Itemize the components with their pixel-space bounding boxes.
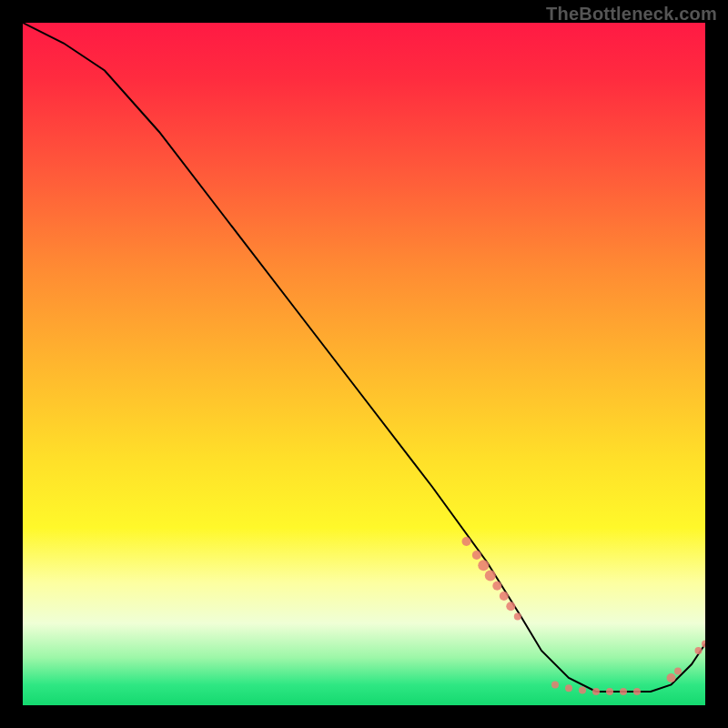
- data-point: [462, 537, 471, 546]
- data-point: [514, 613, 521, 621]
- plot-area: [23, 23, 705, 705]
- data-point: [633, 688, 641, 695]
- data-point: [579, 687, 586, 694]
- data-point: [506, 602, 515, 611]
- data-point: [695, 647, 703, 654]
- data-point: [702, 641, 705, 648]
- data-point: [674, 668, 682, 675]
- data-point: [500, 592, 509, 601]
- data-point: [606, 688, 613, 695]
- data-point: [485, 571, 496, 581]
- watermark-text: TheBottleneck.com: [546, 4, 717, 25]
- data-point: [592, 688, 600, 695]
- curve-svg: [23, 23, 705, 705]
- data-point: [478, 560, 489, 571]
- chart-frame: TheBottleneck.com: [0, 0, 728, 728]
- data-point: [620, 688, 627, 695]
- data-point: [492, 581, 501, 591]
- bottleneck-curve: [23, 23, 705, 692]
- data-point: [551, 682, 559, 689]
- data-point: [565, 684, 572, 692]
- data-point: [472, 551, 481, 560]
- data-point: [667, 673, 676, 682]
